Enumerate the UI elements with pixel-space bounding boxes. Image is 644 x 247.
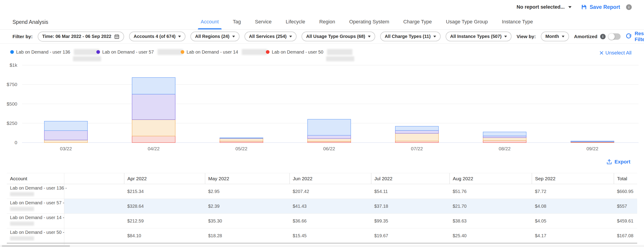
bar-segment[interactable] (132, 77, 175, 94)
bar-segment[interactable] (132, 120, 175, 136)
value-cell: $4.17 (532, 228, 614, 243)
reset-filters-label: Reset Filters (635, 31, 644, 42)
bar-segment[interactable] (483, 136, 526, 138)
bar-segment[interactable] (396, 126, 438, 130)
account-name: Lab on Demand - user 50 - (10, 230, 64, 235)
chevron-down-icon (368, 36, 371, 37)
report-selector-dropdown[interactable]: No report selected... (516, 4, 572, 10)
table-row: Lab on Demand - user 136 -$215.34$2.95$2… (7, 184, 637, 199)
chevron-down-icon (433, 36, 436, 37)
tab-instance-type[interactable]: Instance Type (502, 19, 533, 29)
value-cell: $7.72 (532, 184, 614, 199)
value-cell: $557 (614, 199, 637, 214)
usage-type-groups-filter[interactable]: All Usage Type Groups (68) (302, 31, 375, 41)
value-cell: $212.59 (124, 214, 205, 228)
column-header: May 2022 (205, 173, 290, 184)
legend-label: Lab on Demand - user 50 (272, 49, 323, 55)
legend-item-user-136[interactable]: Lab on Demand - user 136 (10, 49, 99, 55)
x-axis-tick: 06/22 (323, 146, 335, 151)
view-by-dropdown[interactable]: Month (541, 31, 569, 41)
regions-filter[interactable]: All Regions (24) (190, 31, 239, 41)
value-cell: $41.43 (290, 199, 371, 214)
column-header: Jul 2022 (371, 173, 450, 184)
redacted-text (242, 49, 267, 55)
bar-segment[interactable] (396, 131, 438, 133)
legend-item-user-14[interactable]: Lab on Demand - user 14 (181, 49, 267, 55)
legend-item-user-50[interactable]: Lab on Demand - user 50 (266, 49, 352, 55)
legend-label: Lab on Demand - user 57 (102, 49, 154, 55)
legend-label: Lab on Demand - user 14 (186, 49, 238, 55)
instance-types-filter[interactable]: All Instance Types (507) (446, 31, 512, 41)
bar-segment[interactable] (220, 138, 263, 138)
save-report-button[interactable]: Save Report (581, 4, 620, 10)
bar-segment[interactable] (220, 141, 263, 143)
redacted-text (10, 236, 34, 241)
close-icon (600, 51, 604, 55)
services-filter[interactable]: All Services (254) (244, 31, 297, 41)
charge-types-filter[interactable]: All Charge Types (11) (380, 31, 440, 41)
bar-segment[interactable] (220, 138, 263, 141)
accounts-filter[interactable]: Accounts 4 (of 674) (129, 31, 186, 41)
bar-segment[interactable] (44, 131, 88, 140)
series-color-dot (10, 50, 14, 54)
info-icon[interactable] (626, 4, 632, 10)
bar-segment[interactable] (132, 136, 175, 143)
spacer-column (64, 173, 124, 184)
bar-segment[interactable] (483, 138, 526, 141)
tab-service[interactable]: Service (255, 19, 272, 29)
info-icon[interactable] (600, 34, 606, 39)
account-name: Lab on Demand - user 136 - (10, 186, 64, 191)
tab-account[interactable]: Account (201, 19, 219, 29)
tab-lifecycle[interactable]: Lifecycle (286, 19, 305, 29)
redacted-text (158, 49, 183, 55)
unselect-all-button[interactable]: Unselect All (600, 50, 632, 56)
bar-segment[interactable] (396, 133, 438, 141)
value-cell: $84.10 (124, 228, 205, 243)
export-icon (606, 159, 612, 165)
bar-segment[interactable] (44, 140, 88, 143)
time-filter[interactable]: Time: 06 Mar 2022 - 06 Sep 2022 (38, 31, 124, 41)
redacted-text (74, 49, 99, 55)
legend-item-user-57[interactable]: Lab on Demand - user 57 (96, 49, 183, 55)
amortized-label: Amortized (574, 34, 598, 39)
x-axis-tick: 07/22 (411, 146, 423, 151)
filter-by-label: Filter by: (12, 34, 33, 39)
tab-usage-type-group[interactable]: Usage Type Group (446, 19, 488, 29)
bar-segment[interactable] (308, 138, 351, 141)
bar-segment[interactable] (308, 141, 351, 143)
spend-table: AccountApr 2022May 2022Jun 2022Jul 2022A… (7, 173, 637, 247)
bar-segment[interactable] (44, 121, 88, 131)
tab-tag[interactable]: Tag (233, 19, 241, 29)
chevron-down-icon (232, 36, 235, 37)
spend-chart[interactable]: $1k$750$500$250003/2204/2205/2206/2207/2… (0, 61, 644, 156)
bar-segment[interactable] (483, 132, 526, 136)
value-cell: $19.67 (371, 228, 450, 243)
chevron-down-icon (504, 36, 507, 37)
value-cell: $4.05 (532, 214, 614, 228)
bar-segment[interactable] (396, 141, 438, 143)
amortized-toggle[interactable] (608, 33, 620, 40)
table-row: Lab on Demand - user 50 -$84.10$18.28$15… (7, 228, 637, 243)
tab-operating-system[interactable]: Operating System (349, 19, 389, 29)
value-cell: $15.45 (290, 228, 371, 243)
value-cell: $215.34 (124, 184, 205, 199)
export-button[interactable]: Export (606, 159, 630, 165)
redacted-text (10, 192, 34, 196)
value-cell: $2.95 (205, 184, 290, 199)
reset-filters-button[interactable]: Reset Filters (626, 31, 644, 42)
bar-segment[interactable] (132, 94, 175, 120)
bar-segment[interactable] (308, 119, 351, 135)
x-axis-tick: 04/22 (148, 146, 160, 151)
tab-charge-type[interactable]: Charge Type (403, 19, 432, 29)
bar-segment[interactable] (483, 141, 526, 143)
scrollbar-thumb[interactable] (2, 245, 70, 247)
x-axis-tick: 03/22 (60, 146, 72, 151)
table-header: AccountApr 2022May 2022Jun 2022Jul 2022A… (7, 173, 637, 184)
x-axis-tick: 08/22 (499, 146, 511, 151)
tab-region[interactable]: Region (319, 19, 335, 29)
column-header: Jun 2022 (290, 173, 371, 184)
value-cell: $328.64 (124, 199, 205, 214)
bar-segment[interactable] (571, 141, 614, 142)
y-axis-tick: $1k (10, 62, 17, 68)
bar-segment[interactable] (308, 135, 351, 138)
